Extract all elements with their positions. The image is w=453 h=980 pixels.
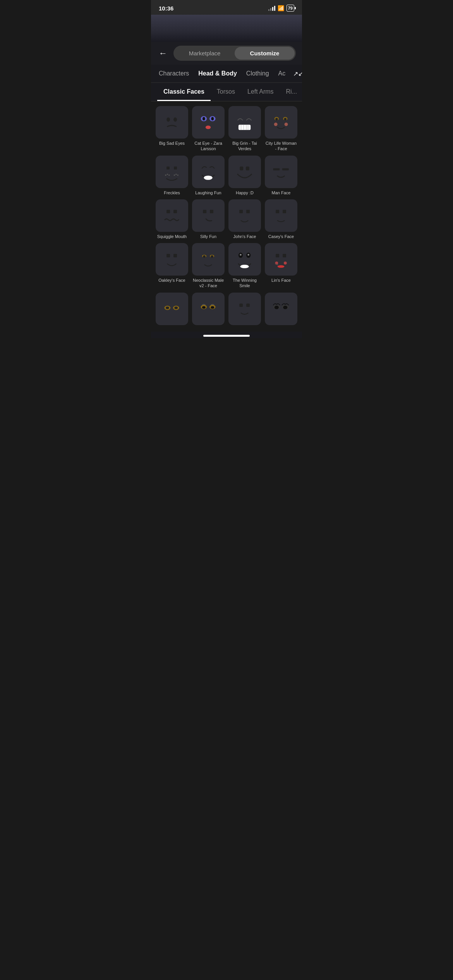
svg-rect-7: [239, 125, 251, 130]
item-label: Cat Eye - Zara Larsson: [192, 140, 225, 152]
wifi-icon: 📶: [278, 5, 284, 11]
svg-point-17: [285, 123, 288, 126]
list-item[interactable]: Squiggle Mouth: [156, 199, 188, 239]
svg-rect-34: [210, 210, 213, 213]
svg-point-53: [284, 261, 287, 264]
svg-rect-29: [273, 168, 280, 171]
svg-rect-31: [167, 210, 170, 213]
tab-marketplace[interactable]: Marketplace: [175, 47, 235, 60]
subtab-left-arms[interactable]: Left Arms: [241, 83, 280, 101]
status-icons: 📶 79: [268, 5, 294, 12]
item-label: Squiggle Mouth: [156, 234, 188, 239]
svg-point-49: [240, 265, 249, 268]
list-item[interactable]: Big Grin - Tai Verdes: [228, 106, 261, 152]
svg-rect-33: [203, 210, 207, 213]
signal-icon: [268, 6, 275, 11]
item-label: Happy :D: [228, 190, 261, 195]
face-card-winning: [228, 243, 261, 276]
home-indicator: [151, 332, 302, 338]
item-label: Silly Fun: [192, 234, 225, 239]
svg-rect-18: [167, 166, 170, 170]
subtab-right[interactable]: Ri...: [280, 83, 302, 101]
svg-rect-37: [276, 210, 280, 213]
tab-customize[interactable]: Customize: [235, 47, 295, 60]
svg-rect-27: [240, 166, 244, 170]
item-label: Big Grin - Tai Verdes: [228, 140, 261, 152]
list-item[interactable]: Freckles: [156, 156, 188, 195]
list-item[interactable]: [265, 293, 297, 327]
list-item[interactable]: Cat Eye - Zara Larsson: [192, 106, 225, 152]
svg-rect-66: [246, 303, 250, 307]
cat-head-body[interactable]: Head & Body: [194, 65, 242, 82]
face-card-big-sad-eyes: [156, 106, 188, 139]
svg-point-20: [167, 174, 168, 175]
nav-tabs: Marketplace Customize: [173, 46, 296, 61]
svg-point-70: [283, 306, 288, 309]
face-card-city-woman: [265, 106, 297, 139]
item-label: Freckles: [156, 190, 188, 195]
cat-characters[interactable]: Characters: [154, 65, 194, 82]
list-item[interactable]: Man Face: [265, 156, 297, 195]
item-label: Big Sad Eyes: [156, 140, 188, 146]
svg-point-24: [177, 175, 178, 176]
list-item[interactable]: Lin's Face: [265, 243, 297, 289]
svg-point-1: [173, 118, 177, 122]
item-label: Casey's Face: [265, 234, 297, 239]
svg-point-16: [274, 123, 278, 126]
svg-point-63: [202, 306, 206, 309]
svg-point-60: [175, 307, 178, 309]
item-label: Laughing Fun: [192, 190, 225, 195]
svg-rect-32: [173, 210, 177, 213]
svg-rect-19: [174, 166, 177, 170]
svg-point-55: [277, 264, 278, 265]
list-item[interactable]: [156, 293, 188, 327]
list-item[interactable]: Laughing Fun: [192, 156, 225, 195]
list-item[interactable]: Happy :D: [228, 156, 261, 195]
list-item[interactable]: John's Face: [228, 199, 261, 239]
list-item[interactable]: The Winning Smile: [228, 243, 261, 289]
svg-rect-36: [246, 210, 250, 213]
face-card-johns: [228, 199, 261, 232]
list-item[interactable]: Casey's Face: [265, 199, 297, 239]
svg-rect-50: [276, 254, 280, 257]
svg-rect-35: [240, 210, 243, 213]
face-card-laughing: [192, 156, 225, 188]
list-item[interactable]: Neoclassic Male v2 - Face: [192, 243, 225, 289]
status-bar: 10:36 📶 79: [151, 0, 302, 15]
cat-clothing[interactable]: Clothing: [242, 65, 274, 82]
svg-point-48: [248, 254, 249, 255]
face-card-squiggle: [156, 199, 188, 232]
expand-button[interactable]: ↗↙: [290, 67, 302, 81]
item-label: Lin's Face: [265, 278, 297, 283]
list-item[interactable]: Silly Fun: [192, 199, 225, 239]
face-card-big-grin: [228, 106, 261, 139]
svg-point-56: [278, 265, 285, 268]
back-button[interactable]: ←: [157, 47, 169, 60]
item-label: City Life Woman - Face: [265, 140, 297, 152]
svg-point-5: [211, 117, 214, 121]
svg-rect-30: [282, 168, 289, 171]
face-card-simple3: [228, 293, 261, 325]
face-card-lins: [265, 243, 297, 276]
item-label: Man Face: [265, 190, 297, 195]
svg-point-69: [275, 306, 279, 309]
face-card-silly: [192, 199, 225, 232]
svg-point-22: [165, 175, 166, 176]
svg-rect-28: [246, 166, 249, 170]
cat-accessories[interactable]: Ac: [274, 65, 290, 82]
list-item[interactable]: [192, 293, 225, 327]
list-item[interactable]: Big Sad Eyes: [156, 106, 188, 152]
subtab-classic-faces[interactable]: Classic Faces: [157, 83, 211, 101]
svg-point-4: [202, 117, 205, 121]
face-card-man: [265, 156, 297, 188]
svg-point-43: [203, 255, 206, 258]
svg-point-0: [167, 118, 170, 122]
svg-point-26: [204, 176, 213, 180]
list-item[interactable]: [228, 293, 261, 327]
face-card-caseys: [265, 199, 297, 232]
time: 10:36: [159, 5, 173, 12]
list-item[interactable]: Oakley's Face: [156, 243, 188, 289]
list-item[interactable]: City Life Woman - Face: [265, 106, 297, 152]
subtab-torsos[interactable]: Torsos: [211, 83, 241, 101]
svg-point-64: [211, 306, 214, 309]
